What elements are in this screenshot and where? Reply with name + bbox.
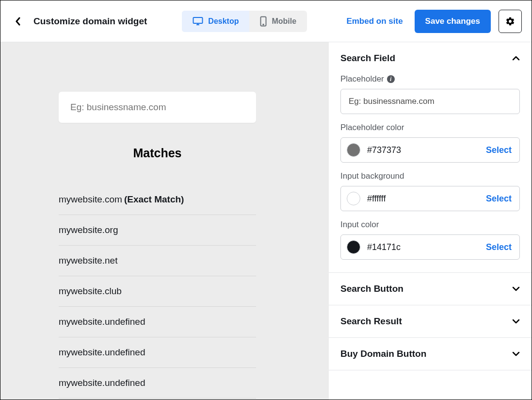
placeholder-color-label: Placeholder color	[340, 123, 404, 133]
placeholder-color-row: #737373 Select	[340, 137, 520, 163]
placeholder-color-select[interactable]: Select	[486, 145, 512, 155]
input-bg-swatch	[347, 192, 360, 205]
info-icon[interactable]: i	[387, 75, 395, 83]
result-domain: mywebsite.net	[59, 255, 117, 266]
result-domain: mywebsite.undefined	[59, 317, 145, 327]
placeholder-input[interactable]	[340, 89, 520, 114]
result-domain: mywebsite.undefined	[59, 378, 145, 388]
exact-match-tag: (Exact Match)	[124, 194, 184, 205]
chevron-down-icon	[512, 351, 520, 356]
desktop-icon	[193, 17, 203, 26]
input-color-label: Input color	[340, 220, 379, 230]
settings-sidebar: Search Field Placeholder i Placeholder c…	[329, 42, 532, 400]
matches-heading: Matches	[59, 146, 256, 160]
section-search-result-header[interactable]: Search Result	[329, 305, 532, 337]
placeholder-color-group: Placeholder color #737373 Select	[340, 123, 520, 163]
placeholder-label: Placeholder	[340, 74, 384, 84]
result-row[interactable]: mywebsite.undefined	[59, 337, 256, 368]
section-search-result: Search Result	[329, 305, 532, 338]
result-row[interactable]: mywebsite.org	[59, 215, 256, 246]
section-search-field-title: Search Field	[340, 53, 395, 64]
svg-point-2	[263, 24, 264, 25]
result-domain: mywebsite.undefined	[59, 347, 145, 358]
tab-mobile[interactable]: Mobile	[249, 11, 307, 32]
result-row[interactable]: mywebsite.com (Exact Match)	[59, 184, 256, 215]
preview-search-input[interactable]: Eg: businessname.com	[59, 92, 256, 123]
mobile-icon	[260, 16, 267, 27]
chevron-down-icon	[512, 286, 520, 291]
section-buy-domain-header[interactable]: Buy Domain Button	[329, 338, 532, 370]
placeholder-group: Placeholder i	[340, 74, 520, 114]
save-changes-button[interactable]: Save changes	[415, 10, 491, 33]
input-color-row: #14171c Select	[340, 234, 520, 260]
section-search-button-header[interactable]: Search Button	[329, 273, 532, 305]
input-color-select[interactable]: Select	[486, 242, 512, 252]
result-domain: mywebsite.org	[59, 225, 118, 235]
results-list: mywebsite.com (Exact Match)mywebsite.org…	[59, 184, 256, 399]
tab-desktop-label: Desktop	[208, 17, 239, 26]
section-buy-domain-title: Buy Domain Button	[340, 349, 426, 359]
input-color-swatch	[347, 240, 360, 254]
settings-button[interactable]	[499, 10, 522, 33]
placeholder-color-swatch	[347, 143, 360, 157]
gear-icon	[505, 17, 515, 26]
device-toggle: Desktop Mobile	[182, 11, 307, 32]
section-search-button-title: Search Button	[340, 283, 403, 294]
tab-mobile-label: Mobile	[272, 17, 296, 26]
input-bg-label: Input background	[340, 171, 404, 181]
header-bar: Customize domain widget Desktop Mobile E…	[0, 0, 532, 42]
section-search-result-title: Search Result	[340, 316, 402, 327]
chevron-up-icon	[512, 56, 520, 61]
result-row[interactable]: mywebsite.undefined	[59, 307, 256, 337]
chevron-left-icon	[15, 17, 21, 26]
input-bg-row: #ffffff Select	[340, 186, 520, 211]
page-title: Customize domain widget	[33, 16, 147, 27]
result-domain: mywebsite.com	[59, 194, 122, 205]
back-button[interactable]	[6, 10, 30, 33]
tab-desktop[interactable]: Desktop	[182, 11, 249, 32]
input-bg-group: Input background #ffffff Select	[340, 171, 520, 211]
input-color-group: Input color #14171c Select	[340, 220, 520, 260]
input-bg-select[interactable]: Select	[486, 194, 512, 204]
svg-rect-0	[193, 17, 203, 23]
result-row[interactable]: mywebsite.club	[59, 276, 256, 307]
placeholder-color-value: #737373	[367, 145, 479, 155]
section-search-button: Search Button	[329, 273, 532, 305]
preview-pane: Eg: businessname.com Matches mywebsite.c…	[0, 42, 329, 400]
section-search-field-header[interactable]: Search Field	[329, 42, 532, 74]
section-buy-domain: Buy Domain Button	[329, 338, 532, 370]
embed-on-site-link[interactable]: Embed on site	[346, 17, 403, 26]
result-row[interactable]: mywebsite.net	[59, 246, 256, 276]
input-color-value: #14171c	[367, 242, 479, 252]
chevron-down-icon	[512, 319, 520, 324]
preview-placeholder-text: Eg: businessname.com	[70, 102, 166, 113]
result-row[interactable]: mywebsite.undefined	[59, 368, 256, 399]
result-domain: mywebsite.club	[59, 286, 122, 297]
section-search-field: Search Field Placeholder i Placeholder c…	[329, 42, 532, 273]
input-bg-value: #ffffff	[367, 194, 479, 204]
